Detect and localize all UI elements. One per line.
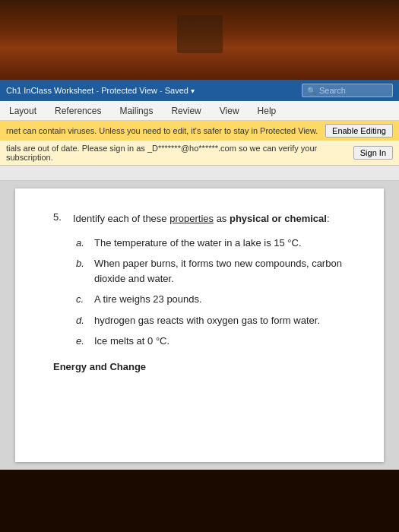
- saved-dropdown-icon[interactable]: ▾: [191, 87, 195, 95]
- menu-help[interactable]: Help: [255, 104, 280, 118]
- list-item: b. When paper burns, it forms two new co…: [76, 256, 346, 286]
- enable-editing-button[interactable]: Enable Editing: [325, 124, 393, 138]
- search-icon: 🔍: [307, 87, 316, 95]
- menu-references[interactable]: References: [52, 104, 104, 118]
- menu-review[interactable]: Review: [168, 104, 204, 118]
- menu-view[interactable]: View: [217, 104, 242, 118]
- sub-items-list: a. The temperature of the water in a lak…: [76, 236, 346, 349]
- sub-text-c: A tire weighs 23 pounds.: [94, 292, 202, 307]
- protected-view-text: rnet can contain viruses. Unless you nee…: [6, 126, 325, 135]
- sub-text-a: The temperature of the water in a lake i…: [94, 236, 302, 251]
- sub-label-e: e.: [76, 334, 88, 349]
- list-item: e. Ice melts at 0 °C.: [76, 334, 346, 349]
- search-box[interactable]: 🔍 Search: [302, 84, 393, 97]
- document-page: 5. Identify each of these properties as …: [15, 188, 384, 462]
- document-content-area: 5. Identify each of these properties as …: [0, 181, 399, 470]
- sub-text-b: When paper burns, it forms two new compo…: [94, 256, 346, 286]
- menu-bar: Layout References Mailings Review View H…: [0, 101, 399, 121]
- menu-layout[interactable]: Layout: [6, 104, 40, 118]
- ruler-marks: [0, 166, 399, 180]
- subscription-text: tials are out of date. Please sign in as…: [6, 144, 353, 162]
- q5-text-before: Identify each of these: [73, 213, 169, 224]
- question-5-text: Identify each of these properties as phy…: [73, 211, 330, 226]
- sub-label-c: c.: [76, 292, 88, 307]
- list-item: d. hydrogen gas reacts with oxygen gas t…: [76, 313, 346, 328]
- q5-text-middle: as: [214, 213, 230, 224]
- sign-in-button[interactable]: Sign In: [353, 146, 393, 160]
- question-5-row: 5. Identify each of these properties as …: [53, 211, 346, 226]
- section-heading: Energy and Change: [53, 361, 346, 372]
- saved-label: Saved: [165, 86, 188, 95]
- protected-view-label: Protected View: [101, 86, 157, 95]
- q5-text-end: :: [327, 213, 330, 224]
- photo-background: [0, 0, 399, 80]
- ruler: [0, 166, 399, 181]
- sep2: -: [160, 86, 165, 95]
- sub-text-d: hydrogen gas reacts with oxygen gas to f…: [94, 313, 320, 328]
- list-item: c. A tire weighs 23 pounds.: [76, 292, 346, 307]
- q5-underline-word: properties: [169, 213, 214, 224]
- q5-bold-phrase: physical or chemical: [230, 213, 327, 224]
- subscription-bar: tials are out of date. Please sign in as…: [0, 141, 399, 166]
- menu-mailings[interactable]: Mailings: [116, 104, 156, 118]
- protected-view-bar: rnet can contain viruses. Unless you nee…: [0, 121, 399, 141]
- list-item: a. The temperature of the water in a lak…: [76, 236, 346, 251]
- doc-title-text: Ch1 InClass Worksheet: [6, 86, 93, 95]
- search-placeholder: Search: [319, 86, 346, 95]
- document-title: Ch1 InClass Worksheet - Protected View -…: [6, 86, 297, 95]
- sub-label-a: a.: [76, 236, 88, 251]
- title-bar: Ch1 InClass Worksheet - Protected View -…: [0, 80, 399, 101]
- sub-text-e: Ice melts at 0 °C.: [94, 334, 169, 349]
- question-5-number: 5.: [53, 211, 68, 226]
- sub-label-b: b.: [76, 256, 88, 286]
- sub-label-d: d.: [76, 313, 88, 328]
- word-window: Ch1 InClass Worksheet - Protected View -…: [0, 80, 399, 470]
